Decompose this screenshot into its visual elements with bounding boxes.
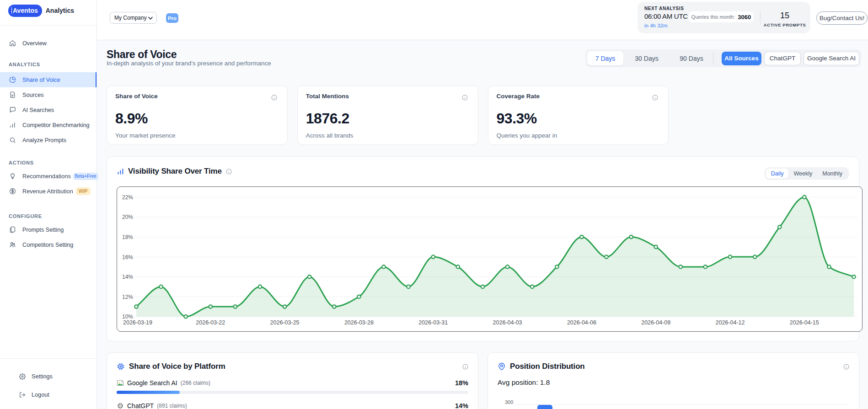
svg-text:2026-04-09: 2026-04-09 [641,319,670,326]
svg-text:2026-04-06: 2026-04-06 [567,319,596,326]
svg-text:2026-03-28: 2026-03-28 [344,319,374,326]
svg-text:22%: 22% [122,194,133,201]
svg-text:14%: 14% [122,274,133,280]
svg-text:12%: 12% [122,294,133,300]
svg-text:18%: 18% [122,234,133,240]
svg-text:16%: 16% [122,254,133,260]
svg-text:2026-03-25: 2026-03-25 [270,319,300,326]
svg-text:2026-04-12: 2026-04-12 [716,319,745,326]
svg-text:2026-04-15: 2026-04-15 [790,319,819,326]
svg-text:2026-03-31: 2026-03-31 [418,319,448,326]
svg-text:2026-04-03: 2026-04-03 [493,319,522,326]
svg-text:2026-03-19: 2026-03-19 [123,319,152,326]
svg-text:2026-03-22: 2026-03-22 [196,319,225,326]
svg-text:20%: 20% [122,214,133,220]
